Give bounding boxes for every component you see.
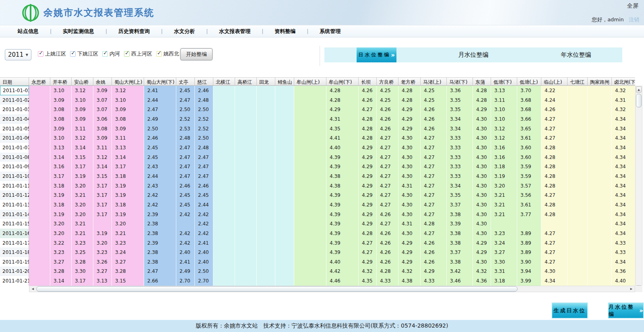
value-cell[interactable] <box>568 190 588 200</box>
value-cell[interactable]: 3.12 <box>72 86 93 95</box>
value-cell[interactable]: 3.89 <box>517 247 541 257</box>
value-cell[interactable]: 3.14 <box>50 153 72 162</box>
value-cell[interactable]: 3.90 <box>517 257 541 267</box>
value-cell[interactable]: 4.26 <box>421 238 447 248</box>
value-cell[interactable]: 3.17 <box>50 171 72 181</box>
value-cell[interactable]: 4.34 <box>612 153 635 162</box>
date-cell[interactable]: 2011-01-01 <box>0 86 29 95</box>
value-cell[interactable]: 3.14 <box>72 143 93 153</box>
value-cell[interactable] <box>235 86 257 95</box>
value-cell[interactable]: 4.29 <box>326 105 359 114</box>
value-cell[interactable]: 3.20 <box>112 219 144 229</box>
value-cell[interactable]: 3.18 <box>50 200 72 210</box>
value-cell[interactable] <box>588 105 612 114</box>
value-cell[interactable] <box>213 210 235 219</box>
value-cell[interactable]: 3.17 <box>93 200 112 210</box>
value-cell[interactable]: 4.39 <box>326 190 359 200</box>
value-cell[interactable]: 4.30 <box>473 229 491 238</box>
value-cell[interactable]: 3.18 <box>50 181 72 191</box>
value-cell[interactable]: 4.32 <box>398 266 421 276</box>
value-cell[interactable] <box>275 266 294 276</box>
date-cell[interactable]: 2011-01-07 <box>0 143 29 153</box>
value-cell[interactable]: 4.32 <box>612 86 635 95</box>
value-cell[interactable] <box>257 190 275 200</box>
value-cell[interactable]: 4.25 <box>377 95 398 105</box>
value-cell[interactable]: 4.39 <box>326 229 359 238</box>
value-cell[interactable]: 4.30 <box>473 200 491 210</box>
value-cell[interactable]: 3.21 <box>72 190 93 200</box>
value-cell[interactable] <box>294 219 326 229</box>
value-cell[interactable]: 2.39 <box>144 210 176 219</box>
scroll-up-icon[interactable]: ▲ <box>636 87 642 93</box>
value-cell[interactable] <box>568 276 588 286</box>
value-cell[interactable]: 4.27 <box>541 133 568 143</box>
value-cell[interactable]: 3.09 <box>72 114 93 124</box>
value-cell[interactable]: 4.28 <box>359 133 377 143</box>
value-cell[interactable]: 3.20 <box>72 210 93 219</box>
region-checkbox-2[interactable]: ✓ <box>102 51 108 57</box>
value-cell[interactable]: 3.19 <box>50 190 72 200</box>
vertical-scrollbar[interactable]: ▲ ▼ <box>635 86 642 292</box>
value-cell[interactable]: 4.34 <box>612 171 635 181</box>
value-cell[interactable]: 3.10 <box>50 133 72 143</box>
value-cell[interactable]: 3.35 <box>447 95 473 105</box>
value-cell[interactable] <box>257 200 275 210</box>
value-cell[interactable]: 3.07 <box>93 105 112 114</box>
value-cell[interactable] <box>235 162 257 171</box>
value-cell[interactable]: 4.28 <box>398 86 421 95</box>
value-cell[interactable] <box>588 181 612 191</box>
value-cell[interactable]: 3.33 <box>447 133 473 143</box>
value-cell[interactable]: 4.29 <box>398 114 421 124</box>
value-cell[interactable] <box>588 210 612 219</box>
value-cell[interactable]: 4.26 <box>377 229 398 238</box>
value-cell[interactable]: 3.23 <box>50 247 72 257</box>
value-cell[interactable]: 2.48 <box>176 133 195 143</box>
value-cell[interactable]: 4.27 <box>359 105 377 114</box>
value-cell[interactable]: 3.09 <box>93 86 112 95</box>
tab-yearly-water-level[interactable]: 年水位整编 <box>548 47 604 62</box>
value-cell[interactable]: 3.08 <box>50 105 72 114</box>
value-cell[interactable]: 3.33 <box>447 153 473 162</box>
value-cell[interactable]: 4.28 <box>326 95 359 105</box>
value-cell[interactable]: 3.13 <box>112 143 144 153</box>
value-cell[interactable] <box>29 114 50 124</box>
value-cell[interactable] <box>275 181 294 191</box>
date-cell[interactable]: 2011-01-08 <box>0 153 29 162</box>
value-cell[interactable]: 3.18 <box>491 276 517 286</box>
value-cell[interactable] <box>568 219 588 229</box>
nav-item-2[interactable]: 历史资料查询 <box>117 28 151 35</box>
value-cell[interactable] <box>568 114 588 124</box>
value-cell[interactable] <box>213 238 235 248</box>
value-cell[interactable]: 4.34 <box>612 257 635 267</box>
value-cell[interactable]: 4.34 <box>541 276 568 286</box>
value-cell[interactable] <box>29 105 50 114</box>
value-cell[interactable]: 4.30 <box>473 133 491 143</box>
value-cell[interactable] <box>213 153 235 162</box>
value-cell[interactable]: 2.42 <box>176 238 195 248</box>
value-cell[interactable]: 3.60 <box>517 143 541 153</box>
value-cell[interactable]: 3.28 <box>50 266 72 276</box>
value-cell[interactable]: 3.46 <box>447 276 473 286</box>
year-select[interactable]: 2011 ▼ <box>5 49 31 60</box>
value-cell[interactable]: 3.34 <box>447 114 473 124</box>
value-cell[interactable] <box>275 257 294 267</box>
value-cell[interactable]: 4.27 <box>421 133 447 143</box>
value-cell[interactable]: 4.28 <box>326 86 359 95</box>
value-cell[interactable] <box>235 210 257 219</box>
value-cell[interactable] <box>568 181 588 191</box>
value-cell[interactable]: 4.26 <box>377 114 398 124</box>
value-cell[interactable] <box>257 133 275 143</box>
value-cell[interactable] <box>235 257 257 267</box>
value-cell[interactable]: 4.40 <box>612 276 635 286</box>
value-cell[interactable] <box>294 95 326 105</box>
value-cell[interactable]: 3.89 <box>517 238 541 248</box>
value-cell[interactable] <box>235 105 257 114</box>
value-cell[interactable]: 3.17 <box>93 181 112 191</box>
value-cell[interactable]: 4.30 <box>473 210 491 219</box>
tab-daily-water-level[interactable]: 日水位整编 » <box>357 47 396 62</box>
value-cell[interactable] <box>588 153 612 162</box>
value-cell[interactable]: 3.10 <box>50 86 72 95</box>
value-cell[interactable]: 4.27 <box>421 162 447 171</box>
value-cell[interactable]: 4.27 <box>541 238 568 248</box>
date-cell[interactable]: 2011-01-13 <box>0 200 29 210</box>
